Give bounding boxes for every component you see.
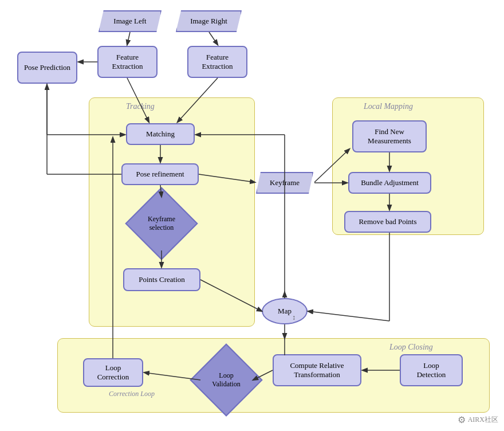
tracking-label: Tracking [126,102,155,111]
loop-validation-label: LoopValidation [202,355,251,405]
image-right-label: Image Right [190,17,227,26]
remove-bad-points-box: Remove bad Points [344,211,431,233]
find-new-measurements-label: Find NewMeasurements [368,127,411,146]
watermark-text: AIRX社区 [468,415,498,425]
pose-refinement-box: Pose refinement [121,163,199,185]
keyframe-label: Keyframe [270,178,300,187]
loop-correction-label: LoopCorrection [97,363,129,382]
local-mapping-label: Local Mapping [364,102,413,111]
loop-detection-box: LoopDetection [400,354,463,386]
watermark-icon: ⚙ [458,414,466,425]
image-right-box: Image Right [176,10,242,32]
pose-refinement-label: Pose refinement [136,170,184,179]
compute-relative-box: Compute RelativeTransformation [273,354,361,386]
image-left-label: Image Left [113,17,146,26]
pose-prediction-box: Pose Prediction [17,52,77,84]
feature-extraction-left-label: FeatureExtraction [112,53,143,71]
loop-correction-box: LoopCorrection [83,358,143,387]
map-label: Map [278,307,292,316]
loop-detection-label: LoopDetection [417,361,446,379]
compute-relative-label: Compute RelativeTransformation [290,361,344,379]
feature-extraction-right-label: FeatureExtraction [202,53,233,71]
bundle-adjustment-box: Bundle Adjustment [348,172,431,194]
image-left-box: Image Left [99,10,162,32]
feature-extraction-left-box: FeatureExtraction [97,46,158,78]
keyframe-selection-label: Keyframe selection [137,199,186,248]
correction-loop-label: Correction Loop [109,390,155,398]
svg-line-1 [209,32,218,45]
matching-label: Matching [146,130,175,139]
watermark: ⚙ AIRX社区 [458,414,498,425]
loop-closing-label: Loop Closing [389,343,433,352]
diagram: Tracking Local Mapping Loop Closing Imag… [0,0,504,431]
map-box: Map [262,298,308,324]
svg-line-13 [308,311,389,321]
find-new-measurements-box: Find NewMeasurements [352,120,427,152]
remove-bad-points-label: Remove bad Points [359,217,416,226]
svg-line-0 [127,32,130,45]
feature-extraction-right-box: FeatureExtraction [187,46,247,78]
points-creation-box: Points Creation [123,268,200,291]
bundle-adjustment-label: Bundle Adjustment [361,178,419,187]
pose-prediction-label: Pose Prediction [24,63,70,72]
matching-box: Matching [126,123,195,145]
points-creation-label: Points Creation [139,275,185,284]
keyframe-box: Keyframe [256,172,313,194]
